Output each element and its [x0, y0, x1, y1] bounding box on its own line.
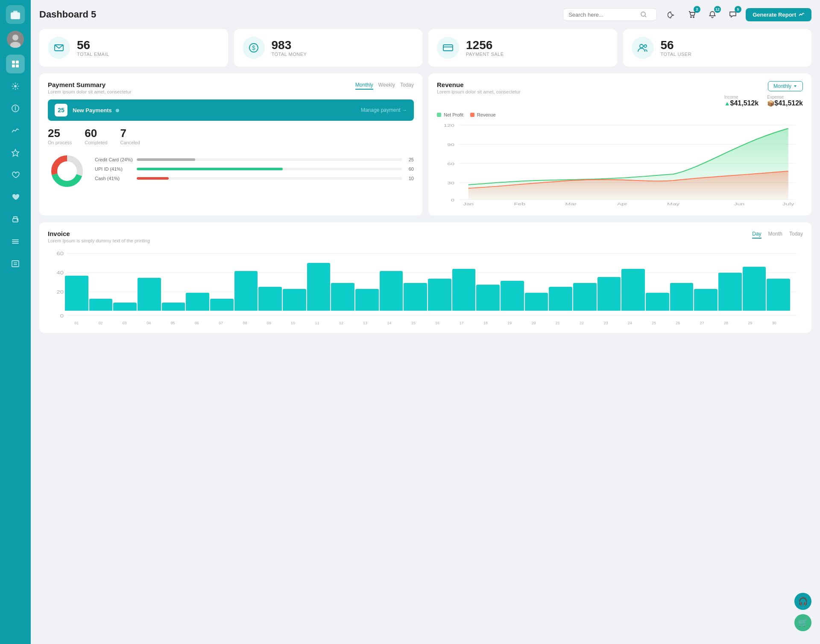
chat-icon-btn[interactable]: 5 [725, 7, 741, 22]
chevron-down-icon [793, 84, 797, 88]
payment-icon [437, 37, 459, 59]
svg-text:90: 90 [447, 143, 454, 147]
revenue-monthly-button[interactable]: Monthly [768, 81, 803, 91]
pb-upi-label: UPI ID (41%) [95, 166, 133, 172]
bar-item [404, 283, 427, 311]
svg-rect-8 [16, 64, 19, 67]
sidebar-item-heart[interactable] [6, 166, 25, 184]
pb-credit-val: 25 [405, 157, 414, 162]
x-label: 25 [642, 321, 665, 325]
revenue-label: Revenue [477, 112, 496, 117]
svg-point-15 [17, 219, 18, 220]
x-label: 04 [137, 321, 160, 325]
bar-item [380, 271, 403, 311]
main-content: Dashboard 5 2 12 5 Generate Report [31, 0, 820, 644]
user-icon [632, 37, 654, 59]
pb-credit-fill [137, 158, 195, 161]
pb-cash: Cash (41%) 10 [95, 176, 414, 181]
x-label: 19 [498, 321, 521, 325]
x-label: 30 [763, 321, 786, 325]
svg-line-23 [645, 16, 646, 17]
bar-item [186, 293, 209, 311]
expense-stat: Expense 📦 $41,512k [767, 95, 803, 107]
sidebar-item-favorites[interactable] [6, 143, 25, 162]
manage-payment-link[interactable]: Manage payment → [361, 107, 407, 113]
cart-float-button[interactable]: 🛒 [794, 614, 811, 631]
sidebar-logo[interactable] [6, 5, 25, 24]
email-label: TOTAL EMAIL [77, 52, 109, 57]
svg-text:60: 60 [447, 162, 454, 166]
bar-item [355, 289, 379, 311]
pb-upi-val: 60 [405, 166, 414, 172]
x-label: 16 [426, 321, 449, 325]
tab-today[interactable]: Today [400, 81, 414, 90]
net-profit-dot [437, 113, 441, 117]
avatar[interactable] [7, 31, 24, 48]
bar-item [452, 269, 476, 311]
pb-cash-val: 10 [405, 176, 414, 181]
revenue-subtitle: Lorem ipsum dolor sit amet, consectetur [437, 89, 521, 94]
net-profit-label: Net Profit [444, 112, 463, 117]
bar-item [331, 283, 354, 311]
payment-summary-subtitle: Lorem ipsum dolor sit amet, consectetur [48, 89, 132, 94]
support-float-button[interactable]: 🎧 [794, 593, 811, 610]
revenue-title: Revenue [437, 81, 521, 88]
user-count: 56 [661, 39, 692, 52]
tab-monthly[interactable]: Monthly [355, 81, 373, 90]
new-payments-count: 25 [55, 104, 67, 117]
tab-weekly[interactable]: Weekly [378, 81, 395, 90]
invoice-card: Invoice Lorem Ipsum is simply dummy text… [39, 222, 811, 333]
x-label: 27 [691, 321, 714, 325]
bar-item [646, 293, 669, 311]
svg-text:July: July [782, 202, 794, 206]
bell-badge: 12 [714, 6, 721, 13]
generate-report-button[interactable]: Generate Report [746, 8, 811, 21]
svg-rect-5 [12, 61, 15, 64]
search-input[interactable] [568, 12, 637, 18]
bell-icon-btn[interactable]: 12 [705, 7, 720, 22]
x-label: 20 [522, 321, 545, 325]
expense-label: Expense [767, 95, 803, 99]
new-payments-label: New Payments [73, 107, 356, 114]
tab-day[interactable]: Day [752, 230, 761, 239]
pb-credit-label: Credit Card (24%) [95, 157, 133, 162]
x-label: 15 [402, 321, 425, 325]
stats-trio: 25 On process 60 Completed 7 Canceled [48, 127, 414, 145]
sidebar-item-settings[interactable] [6, 77, 25, 96]
sidebar-item-list[interactable] [6, 254, 25, 273]
money-count: 983 [272, 39, 307, 52]
sidebar-item-print[interactable] [6, 210, 25, 229]
tab-month[interactable]: Month [768, 230, 782, 239]
svg-rect-0 [11, 12, 20, 19]
sidebar-item-menu[interactable] [6, 232, 25, 251]
x-label: 13 [354, 321, 377, 325]
invoice-bars-wrapper [48, 251, 803, 319]
x-label: 10 [281, 321, 305, 325]
bar-item [258, 287, 282, 311]
search-bar[interactable] [563, 8, 657, 21]
bar-item [743, 267, 766, 311]
expense-arrow-icon: 📦 [767, 100, 774, 107]
pb-upi-track [137, 168, 402, 170]
bar-item [549, 287, 572, 311]
svg-marker-13 [12, 149, 19, 156]
sidebar-item-dashboard[interactable] [6, 55, 25, 73]
revenue-dot [470, 113, 474, 117]
header-icons: 2 12 5 Generate Report [664, 7, 811, 22]
stat-card-money: $ 983 TOTAL MONEY [234, 29, 423, 67]
pb-credit: Credit Card (24%) 25 [95, 157, 414, 162]
revenue-chart: 120 90 60 30 0 Jan Feb Mar Apr May Jun J… [437, 121, 803, 206]
page-title: Dashboard 5 [39, 9, 556, 20]
tab-today-invoice[interactable]: Today [789, 230, 803, 239]
x-label: 09 [258, 321, 281, 325]
x-label: 03 [113, 321, 136, 325]
sidebar-item-heart2[interactable] [6, 188, 25, 207]
bar-item [65, 276, 88, 311]
dark-mode-toggle[interactable] [664, 7, 679, 22]
search-icon [640, 11, 647, 18]
sidebar-item-analytics[interactable] [6, 121, 25, 140]
svg-text:Apr: Apr [617, 202, 627, 206]
svg-text:30: 30 [447, 181, 454, 185]
sidebar-item-info[interactable] [6, 99, 25, 118]
cart-icon-btn[interactable]: 2 [684, 7, 700, 22]
